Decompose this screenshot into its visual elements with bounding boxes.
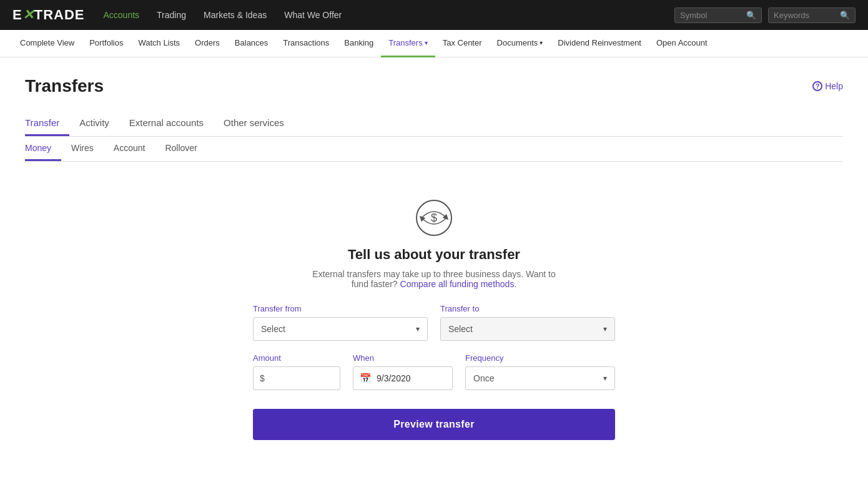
frequency-select[interactable]: Once ▾	[465, 366, 615, 390]
tab-activity[interactable]: Activity	[79, 111, 119, 136]
amount-input-wrap[interactable]: $	[253, 366, 340, 390]
page-header: Transfers ? Help	[25, 76, 843, 96]
when-date-input[interactable]: 📅 9/3/2020	[353, 366, 453, 390]
when-label: When	[353, 353, 453, 363]
nav-markets[interactable]: Markets & Ideas	[204, 10, 267, 20]
tab-wires[interactable]: Wires	[71, 137, 104, 161]
nav-dividend-reinvestment[interactable]: Dividend Reinvestment	[550, 30, 649, 57]
symbol-search-input[interactable]	[680, 11, 742, 20]
calendar-icon: 📅	[360, 373, 372, 384]
transfer-form-container: $ Tell us about your transfer External t…	[25, 187, 843, 453]
when-date-value: 9/3/2020	[377, 373, 411, 383]
nav-tax-center[interactable]: Tax Center	[435, 30, 490, 57]
help-link[interactable]: ? Help	[812, 81, 843, 91]
keywords-search-box[interactable]: 🔍	[768, 7, 856, 23]
logo-text: E✕TRADE	[12, 7, 84, 23]
top-nav-search: 🔍 🔍	[674, 7, 856, 23]
amount-input[interactable]	[267, 373, 333, 383]
amount-group: Amount $	[253, 353, 340, 390]
when-group: When 📅 9/3/2020	[353, 353, 453, 390]
nav-portfolios[interactable]: Portfolios	[82, 30, 131, 57]
frequency-value: Once	[473, 373, 494, 383]
tab-transfer[interactable]: Transfer	[25, 111, 69, 136]
top-nav-links: Accounts Trading Markets & Ideas What We…	[103, 10, 674, 20]
nav-transactions[interactable]: Transactions	[275, 30, 337, 57]
nav-documents[interactable]: Documents ▾	[490, 30, 551, 57]
frequency-group: Frequency Once ▾	[465, 353, 615, 390]
keywords-search-input[interactable]	[774, 11, 836, 20]
transfer-from-value: Select	[261, 324, 285, 334]
transfer-from-chevron-icon: ▾	[416, 325, 420, 333]
amount-when-frequency-row: Amount $ When 📅 9/3/2020 Frequency Once …	[253, 353, 615, 390]
dollar-sign-icon: $	[260, 373, 265, 383]
help-circle-icon: ?	[812, 81, 822, 91]
preview-transfer-button[interactable]: Preview transfer	[253, 409, 615, 440]
logo[interactable]: E✕TRADE	[12, 7, 84, 23]
nav-what-we-offer[interactable]: What We Offer	[284, 10, 342, 20]
amount-label: Amount	[253, 353, 340, 363]
page-content: Transfers ? Help Transfer Activity Exter…	[0, 57, 868, 471]
transfers-dropdown-arrow: ▾	[425, 39, 428, 46]
nav-trading[interactable]: Trading	[157, 10, 186, 20]
tab-account[interactable]: Account	[114, 137, 155, 161]
frequency-chevron-icon: ▾	[603, 374, 607, 383]
page-title: Transfers	[25, 76, 104, 96]
nav-transfers[interactable]: Transfers ▾	[381, 30, 435, 57]
primary-tabs: Transfer Activity External accounts Othe…	[25, 111, 843, 137]
nav-balances[interactable]: Balances	[227, 30, 275, 57]
nav-complete-view[interactable]: Complete View	[12, 30, 82, 57]
tab-money[interactable]: Money	[25, 137, 61, 161]
keywords-search-icon: 🔍	[840, 11, 850, 20]
tab-other-services[interactable]: Other services	[224, 111, 294, 136]
tab-external-accounts[interactable]: External accounts	[129, 111, 214, 136]
transfer-to-select[interactable]: Select ▾	[440, 317, 615, 341]
transfer-money-icon: $	[415, 199, 453, 237]
symbol-search-box[interactable]: 🔍	[674, 7, 762, 23]
svg-text:$: $	[431, 212, 437, 224]
nav-banking[interactable]: Banking	[337, 30, 381, 57]
nav-accounts[interactable]: Accounts	[103, 10, 139, 20]
transfer-to-value: Select	[448, 324, 473, 334]
transfer-subtitle: External transfers may take up to three …	[312, 269, 555, 289]
symbol-search-icon: 🔍	[746, 11, 756, 20]
transfer-to-chevron-icon: ▾	[603, 325, 607, 333]
transfer-title: Tell us about your transfer	[348, 247, 520, 263]
transfer-from-select[interactable]: Select ▾	[253, 317, 428, 341]
transfer-from-label: Transfer from	[253, 304, 428, 313]
nav-open-account[interactable]: Open Account	[649, 30, 715, 57]
secondary-tabs: Money Wires Account Rollover	[25, 137, 843, 162]
transfer-to-label: Transfer to	[440, 304, 615, 313]
transfer-from-to-row: Transfer from Select ▾ Transfer to Selec…	[253, 304, 615, 341]
secondary-navigation: Complete View Portfolios Watch Lists Ord…	[0, 30, 868, 57]
documents-dropdown-arrow: ▾	[540, 39, 543, 46]
top-navigation: E✕TRADE Accounts Trading Markets & Ideas…	[0, 0, 868, 30]
transfer-to-group: Transfer to Select ▾	[440, 304, 615, 341]
logo-x: ✕	[22, 7, 34, 22]
frequency-label: Frequency	[465, 353, 615, 363]
nav-orders[interactable]: Orders	[187, 30, 227, 57]
nav-watch-lists[interactable]: Watch Lists	[131, 30, 187, 57]
tab-rollover[interactable]: Rollover	[165, 137, 207, 161]
transfer-from-group: Transfer from Select ▾	[253, 304, 428, 341]
compare-funding-link[interactable]: Compare all funding methods.	[400, 279, 517, 289]
